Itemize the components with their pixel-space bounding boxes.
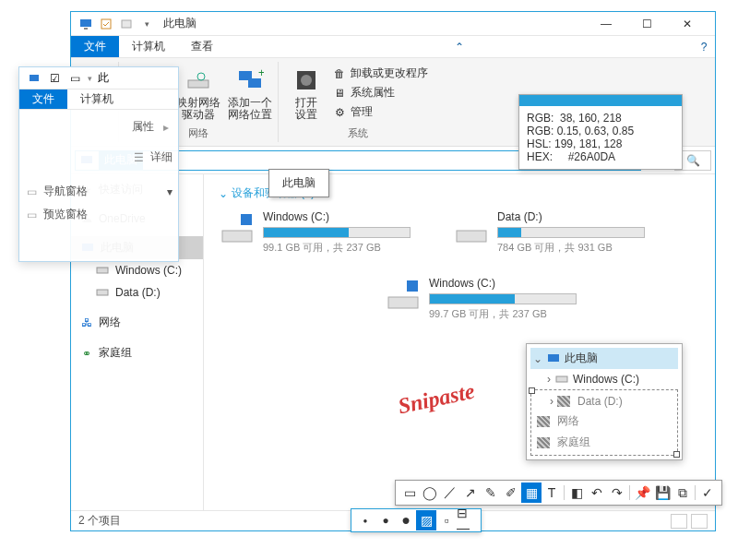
svg-rect-2 [101,19,111,29]
drive-item[interactable]: Windows (C:)99.7 GB 可用，共 237 GB [385,277,597,321]
qat-dropdown-icon[interactable]: ▾ [139,17,154,31]
drive-item[interactable]: Data (D:)784 GB 可用，共 931 GB [453,210,665,255]
pixelated-icon [537,437,550,448]
ellipse-tool[interactable]: ◯ [420,483,440,503]
svg-rect-20 [222,231,252,242]
pattern-blur[interactable]: ▫ [436,510,457,530]
help-icon[interactable]: ? [693,36,715,57]
drive-list: Windows (C:)99.1 GB 可用，共 237 GB Data (D:… [219,210,700,321]
pixelated-icon [557,396,570,407]
group-system-label: 系统 [348,126,368,142]
svg-rect-3 [122,20,131,28]
selection-handles[interactable]: ›Data (D:) 网络 家庭组 [530,389,678,456]
close-button[interactable]: ✕ [667,12,708,36]
rect-tool[interactable]: ▭ [399,483,420,503]
annotation-toolbar: ▭ ◯ ／ ↗ ✎ ✐ ▦ T ◧ ↶ ↷ 📌 💾 ⧉ ✓ [395,480,722,506]
uninstall-button[interactable]: 🗑卸载或更改程序 [332,64,428,83]
ribbon-collapse-icon[interactable]: ⌃ [446,36,473,57]
popup-drive-c[interactable]: ›Windows (C:) [530,369,678,389]
ghost-preview-pane[interactable]: ▭预览窗格 [25,203,173,226]
color-info-panel: RGB: 38, 160, 218 RGB: 0.15, 0.63, 0.85 … [518,94,683,170]
ribbon-tabs: 文件 计算机 查看 ⌃ ? [71,36,715,58]
ghost-tab-computer[interactable]: 计算机 [67,89,126,109]
popup-drive-d[interactable]: ›Data (D:) [533,392,675,411]
svg-rect-25 [30,75,39,81]
watermark-text: Snipaste [396,379,477,420]
undo-button[interactable]: ↶ [587,483,607,503]
svg-rect-19 [97,290,108,295]
minimize-button[interactable]: — [586,12,626,36]
sidebar-homegroup[interactable]: ⚭家庭组 [71,341,203,364]
ghost-tab-file[interactable]: 文件 [19,89,67,109]
svg-rect-24 [407,280,418,292]
brush-options-toolbar: ● ● ● ▨ ▫ ⊟— [351,508,482,532]
pattern-hatch[interactable]: ▨ [416,510,436,530]
popup-network[interactable]: 网络 [533,411,675,432]
ghost-window: ☑▭▾ 此 文件 计算机 属性▸ ☰详细 ▭导航窗格▾ ▭预览窗格 [18,66,179,262]
svg-rect-26 [548,354,559,362]
ghost-properties[interactable]: 属性▸ [25,115,173,138]
pattern-slider[interactable]: ⊟— [457,510,477,530]
pc-icon [546,351,561,366]
pencil-tool[interactable]: ✎ [481,483,501,503]
tab-file[interactable]: 文件 [71,36,119,57]
usage-bar [497,227,645,238]
copy-button[interactable]: ⧉ [673,483,693,503]
view-large-button[interactable] [691,514,708,529]
maximize-button[interactable]: ☐ [626,12,667,36]
tab-computer[interactable]: 计算机 [119,36,178,57]
eraser-tool[interactable]: ◧ [566,483,587,503]
open-settings-button[interactable]: 打开 设置 [284,62,328,124]
drive-icon [95,285,110,300]
arrow-tool[interactable]: ↗ [460,483,481,503]
chevron-down-icon: ⌄ [219,187,228,200]
homegroup-icon: ⚭ [80,347,93,360]
tab-view[interactable]: 查看 [178,36,226,57]
drive-item[interactable]: Windows (C:)99.1 GB 可用，共 237 GB [219,210,431,255]
network-icon: 🖧 [80,316,93,329]
popup-homegroup[interactable]: 家庭组 [533,432,675,453]
sidebar-network[interactable]: 🖧网络 [71,311,203,334]
color-rgb-float: RGB: 0.15, 0.63, 0.85 [527,125,674,137]
properties-icon[interactable] [99,17,113,31]
color-hex: HEX: #26A0DA [527,150,674,163]
window-title: 此电脑 [163,16,196,31]
add-network-location-button[interactable]: +添加一个 网络位置 [228,62,272,126]
size-small[interactable]: ● [355,510,375,530]
svg-text:+: + [258,67,264,79]
svg-rect-23 [388,297,418,308]
popup-this-pc[interactable]: ⌄此电脑 [530,348,678,369]
redo-button[interactable]: ↷ [607,483,627,503]
pin-button[interactable]: 📌 [632,483,652,503]
drive-icon [95,263,110,278]
sidebar-drive-d[interactable]: Data (D:) [71,281,203,304]
svg-rect-18 [97,268,108,273]
ghost-details[interactable]: ☰详细 [25,146,173,169]
line-tool[interactable]: ／ [440,483,460,503]
sidebar-drive-c[interactable]: Windows (C:) [71,259,203,281]
pc-icon [78,17,93,31]
svg-point-15 [301,75,312,86]
view-details-button[interactable] [671,514,687,529]
color-swatch [519,95,682,106]
new-folder-icon[interactable] [119,17,134,31]
manage-button[interactable]: ⚙管理 [332,102,428,122]
usage-bar [429,293,577,304]
mosaic-tool[interactable]: ▦ [521,483,542,503]
map-drive-button[interactable]: 映射网络 驱动器 [176,62,220,126]
confirm-button[interactable]: ✓ [697,483,718,503]
svg-rect-1 [84,28,88,30]
ghost-nav-pane[interactable]: ▭导航窗格▾ [25,180,173,203]
svg-rect-22 [457,231,486,242]
size-large[interactable]: ● [396,510,416,530]
drive-icon [554,372,569,387]
size-medium[interactable]: ● [375,510,396,530]
sys-properties-button[interactable]: 🖥系统属性 [332,83,428,102]
svg-rect-12 [248,78,261,88]
drive-icon [219,210,256,247]
save-button[interactable]: 💾 [652,483,673,503]
text-tool[interactable]: T [542,483,562,503]
marker-tool[interactable]: ✐ [501,483,521,503]
svg-rect-21 [241,214,252,225]
drive-icon [453,210,490,247]
